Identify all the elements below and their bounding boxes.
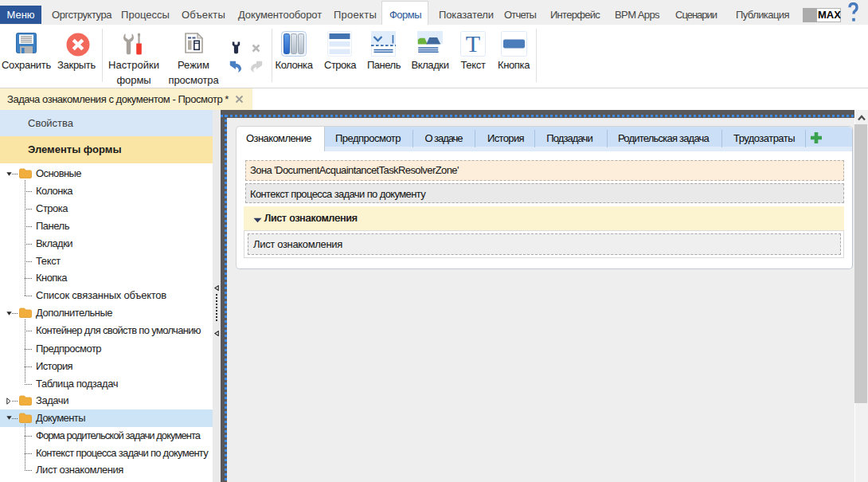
svg-text:T: T (466, 31, 480, 57)
